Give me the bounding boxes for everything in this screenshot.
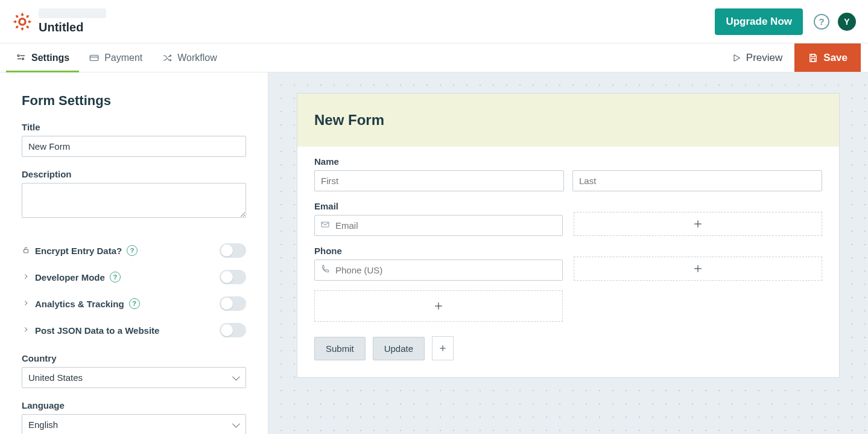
- svg-rect-6: [90, 55, 98, 60]
- add-field-slot[interactable]: [574, 212, 822, 236]
- first-name-input[interactable]: [314, 170, 564, 191]
- avatar[interactable]: Y: [838, 13, 856, 31]
- title-field-block: Title: [22, 122, 246, 157]
- breadcrumb-placeholder: [39, 8, 106, 18]
- submit-button[interactable]: Submit: [314, 337, 366, 360]
- developer-toggle[interactable]: [220, 270, 246, 284]
- encrypt-toggle[interactable]: [220, 243, 246, 258]
- title-input[interactable]: [22, 136, 246, 157]
- page-title: Untitled: [39, 21, 106, 34]
- description-label: Description: [22, 169, 246, 179]
- svg-rect-11: [24, 249, 28, 252]
- tab-label: Payment: [104, 53, 142, 63]
- tab-payment[interactable]: Payment: [79, 43, 152, 72]
- help-icon[interactable]: ?: [129, 298, 140, 309]
- tab-workflow[interactable]: Workflow: [152, 43, 227, 72]
- developer-row: Developer Mode ?: [22, 264, 246, 290]
- svg-rect-12: [322, 222, 329, 227]
- language-label: Language: [22, 400, 246, 410]
- add-button-slot[interactable]: [432, 336, 454, 360]
- sliders-icon: [16, 53, 27, 63]
- chevron-right-icon: [22, 299, 30, 309]
- name-label: Name: [314, 156, 822, 167]
- language-field-block: Language English: [22, 400, 246, 434]
- description-field-block: Description: [22, 169, 246, 220]
- analytics-label: Analytics & Tracking: [35, 299, 124, 309]
- encrypt-row: Encrypt Entry Data? ?: [22, 237, 246, 264]
- logo-block: Untitled: [12, 8, 106, 34]
- chevron-right-icon: [22, 325, 30, 336]
- svg-point-1: [17, 54, 19, 56]
- add-field-slot[interactable]: [314, 290, 563, 322]
- postjson-row: Post JSON Data to a Website: [22, 317, 246, 343]
- help-icon[interactable]: ?: [110, 272, 121, 282]
- form-body: Name Email: [297, 147, 839, 377]
- developer-label: Developer Mode: [35, 272, 105, 282]
- settings-sidebar: Form Settings Title Description Encrypt …: [0, 72, 268, 434]
- add-field-slot[interactable]: [574, 257, 822, 281]
- email-label: Email: [314, 201, 563, 211]
- plus-icon: [438, 343, 448, 353]
- title-label: Title: [22, 122, 246, 132]
- phone-icon: [320, 264, 330, 276]
- plus-icon: [692, 218, 704, 230]
- postjson-label: Post JSON Data to a Website: [35, 325, 159, 336]
- phone-field[interactable]: Phone: [314, 246, 563, 281]
- form-canvas[interactable]: New Form Name Email: [268, 72, 868, 434]
- chevron-right-icon: [22, 272, 30, 282]
- credit-card-icon: [89, 53, 100, 63]
- language-select[interactable]: English: [22, 414, 246, 434]
- postjson-toggle[interactable]: [220, 323, 246, 337]
- svg-point-3: [22, 58, 24, 60]
- svg-point-0: [19, 18, 25, 24]
- save-label: Save: [823, 52, 847, 64]
- save-icon: [808, 53, 819, 63]
- tab-settings[interactable]: Settings: [6, 43, 79, 72]
- encrypt-label: Encrypt Entry Data?: [35, 246, 122, 256]
- country-select[interactable]: United States: [22, 367, 246, 388]
- phone-label: Phone: [314, 246, 563, 256]
- svg-rect-9: [811, 54, 815, 57]
- play-icon: [732, 53, 741, 63]
- top-header: Untitled Upgrade Now ? Y: [0, 0, 868, 43]
- gear-logo-icon: [12, 11, 33, 32]
- country-field-block: Country United States: [22, 353, 246, 388]
- tab-label: Workflow: [177, 53, 217, 63]
- button-row: Submit Update: [314, 336, 822, 360]
- mail-icon: [320, 220, 330, 232]
- sidebar-heading: Form Settings: [22, 93, 246, 109]
- last-name-input[interactable]: [572, 170, 822, 191]
- update-button[interactable]: Update: [373, 337, 425, 360]
- preview-button[interactable]: Preview: [720, 43, 794, 72]
- form-card: New Form Name Email: [297, 93, 840, 378]
- save-button[interactable]: Save: [794, 43, 861, 72]
- tab-label: Settings: [31, 53, 69, 63]
- description-input[interactable]: [22, 183, 246, 218]
- form-title: New Form: [314, 112, 822, 129]
- main-area: Form Settings Title Description Encrypt …: [0, 72, 868, 434]
- lock-icon: [22, 246, 30, 256]
- plus-icon: [692, 263, 704, 275]
- plus-icon: [432, 300, 445, 312]
- analytics-toggle[interactable]: [220, 296, 246, 311]
- email-field[interactable]: Email: [314, 201, 563, 236]
- country-label: Country: [22, 353, 246, 363]
- upgrade-button[interactable]: Upgrade Now: [715, 8, 803, 35]
- svg-rect-10: [811, 58, 815, 61]
- analytics-row: Analytics & Tracking ?: [22, 290, 246, 317]
- help-icon[interactable]: ?: [127, 245, 138, 256]
- title-block: Untitled: [39, 8, 106, 34]
- phone-input[interactable]: [314, 260, 563, 281]
- preview-label: Preview: [746, 52, 782, 64]
- name-field[interactable]: Name: [314, 156, 822, 191]
- svg-marker-8: [734, 54, 740, 61]
- shuffle-icon: [162, 53, 173, 63]
- help-icon[interactable]: ?: [814, 14, 829, 30]
- email-input[interactable]: [314, 215, 563, 236]
- form-header[interactable]: New Form: [297, 94, 839, 147]
- secondary-bar: Settings Payment Workflow Preview Save: [0, 43, 868, 72]
